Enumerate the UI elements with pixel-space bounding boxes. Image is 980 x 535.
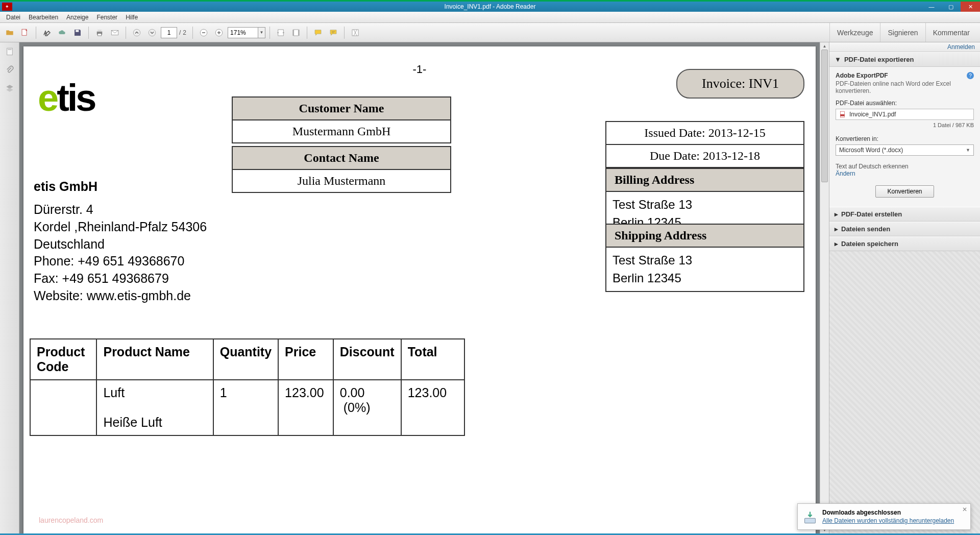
email-icon[interactable] — [108, 26, 121, 39]
products-table: Product Code Product Name Quantity Price… — [30, 338, 465, 436]
tab-signieren[interactable]: Signieren — [880, 23, 925, 42]
section-create-pdf[interactable]: ▸PDF-Datei erstellen — [829, 207, 980, 222]
tab-werkzeuge[interactable]: Werkzeuge — [829, 23, 880, 42]
convert-target-select[interactable]: Microsoft Word (*.docx) ▼ — [836, 144, 974, 156]
pdf-page: -1- etis Invoice: INV1 Customer Name Mus… — [23, 46, 816, 533]
separator — [126, 27, 126, 39]
thumbnails-icon[interactable] — [4, 45, 16, 58]
svg-rect-1 — [76, 30, 79, 32]
pdf-file-icon — [839, 111, 846, 118]
export-desc: PDF-Dateien online nach Word oder Excel … — [836, 80, 974, 94]
col-name: Product Name — [96, 339, 213, 380]
vertical-scrollbar[interactable]: ▲ ▼ — [820, 42, 829, 533]
chevron-right-icon: ▸ — [835, 240, 838, 248]
lang-change-link[interactable]: Ändern — [836, 170, 855, 177]
cell-total: 123.00 — [401, 380, 464, 435]
watermark: laurencopeland.com — [39, 516, 103, 524]
file-selector[interactable]: Invoice_INV1.pdf — [836, 109, 974, 120]
save-icon[interactable] — [71, 26, 84, 39]
panel-filler — [829, 251, 980, 533]
shipping-address: Test Straße 13Berlin 12345 — [606, 247, 804, 291]
menu-bearbeiten[interactable]: Bearbeiten — [24, 13, 62, 22]
read-mode-icon[interactable] — [349, 26, 362, 39]
invoice-badge: Invoice: INV1 — [676, 69, 804, 99]
company-web: Website: www.etis-gmbh.de — [34, 287, 207, 305]
document-viewport[interactable]: -1- etis Invoice: INV1 Customer Name Mus… — [19, 42, 829, 533]
export-body: ? Adobe ExportPDF PDF-Dateien online nac… — [829, 67, 980, 207]
menu-anzeige[interactable]: Anzeige — [62, 13, 92, 22]
zoom-in-icon[interactable] — [212, 26, 226, 39]
section-save-files[interactable]: ▸Dateien speichern — [829, 236, 980, 251]
window-controls: — ▢ ✕ — [922, 2, 980, 12]
sign-icon[interactable] — [40, 26, 54, 39]
due-date: Due Date: 2013-12-18 — [606, 144, 804, 167]
layers-icon[interactable] — [4, 82, 16, 94]
menu-datei[interactable]: Datei — [2, 13, 24, 22]
toast-link[interactable]: Alle Dateien wurden vollständig herunter… — [822, 517, 954, 524]
chevron-right-icon: ▸ — [835, 225, 838, 233]
customer-name-value: Mustermann GmbH — [232, 120, 451, 143]
company-name: etis GmbH — [34, 179, 207, 194]
cloud-icon[interactable] — [56, 26, 69, 39]
select-file-label: PDF-Datei auswählen: — [836, 100, 974, 107]
close-button[interactable]: ✕ — [961, 2, 980, 12]
titlebar: ✦ Invoice_INV1.pdf - Adobe Reader — ▢ ✕ — [0, 0, 980, 12]
file-info: 1 Datei / 987 KB — [836, 122, 974, 128]
company-logo: etis — [38, 76, 95, 119]
print-icon[interactable] — [93, 26, 106, 39]
cell-price: 123.00 — [278, 380, 333, 435]
svg-rect-4 — [97, 33, 102, 36]
separator — [307, 27, 307, 39]
svg-rect-16 — [840, 114, 844, 116]
help-icon[interactable]: ? — [967, 72, 974, 79]
scrollbar-thumb[interactable] — [821, 50, 828, 182]
company-fax: Fax: +49 651 49368679 — [34, 270, 207, 287]
section-send-files[interactable]: ▸Dateien senden — [829, 222, 980, 236]
zoom-dropdown-icon[interactable]: ▼ — [258, 27, 265, 38]
fit-page-icon[interactable] — [289, 26, 303, 39]
fit-width-icon[interactable] — [274, 26, 287, 39]
svg-point-6 — [133, 29, 140, 36]
open-icon[interactable] — [3, 26, 16, 39]
chevron-down-icon: ▼ — [835, 56, 841, 63]
highlight-icon[interactable] — [327, 26, 340, 39]
toast-title: Downloads abgeschlossen — [822, 509, 956, 516]
main-area: -1- etis Invoice: INV1 Customer Name Mus… — [0, 42, 980, 533]
separator — [88, 27, 89, 39]
comment-icon[interactable] — [311, 26, 325, 39]
zoom-out-icon[interactable] — [197, 26, 210, 39]
svg-rect-11 — [294, 30, 299, 36]
contact-name-value: Julia Mustermann — [232, 169, 451, 192]
scroll-up-icon[interactable]: ▲ — [820, 42, 829, 50]
zoom-level[interactable]: 171% — [228, 27, 258, 38]
download-complete-icon — [803, 510, 817, 524]
toolbar: / 2 171% ▼ Werkzeuge Signieren Kommentar — [0, 23, 980, 42]
cell-name: LuftHeiße Luft — [96, 380, 213, 435]
page-up-icon[interactable] — [130, 26, 143, 39]
convert-button[interactable]: Konvertieren — [875, 185, 934, 198]
page-separator: / — [179, 29, 181, 36]
page-down-icon[interactable] — [145, 26, 159, 39]
company-addr3: Deutschland — [34, 236, 207, 253]
maximize-button[interactable]: ▢ — [941, 2, 961, 12]
section-export-pdf[interactable]: ▼PDF-Datei exportieren — [829, 52, 980, 67]
separator — [270, 27, 270, 39]
toast-close-icon[interactable]: ✕ — [962, 506, 967, 513]
contact-table: Contact Name Julia Mustermann — [232, 146, 451, 193]
menu-hilfe[interactable]: Hilfe — [121, 13, 142, 22]
selected-file-name: Invoice_INV1.pdf — [849, 111, 896, 118]
separator — [36, 27, 36, 39]
separator — [192, 27, 193, 39]
export-brand: Adobe ExportPDF — [836, 72, 888, 79]
tab-kommentar[interactable]: Kommentar — [925, 23, 977, 42]
menu-fenster[interactable]: Fenster — [92, 13, 121, 22]
lang-detect-text: Text auf Deutsch erkennen — [836, 163, 974, 170]
minimize-button[interactable]: — — [922, 2, 941, 12]
signin-link[interactable]: Anmelden — [829, 42, 980, 52]
company-block: etis GmbH Dürerstr. 4 Kordel ,Rheinland-… — [34, 179, 207, 305]
col-qty: Quantity — [213, 339, 278, 380]
shipping-head: Shipping Address — [606, 224, 804, 247]
page-number-input[interactable] — [161, 27, 177, 38]
save-pdf-icon[interactable] — [18, 26, 32, 39]
attachments-icon[interactable] — [4, 64, 16, 76]
